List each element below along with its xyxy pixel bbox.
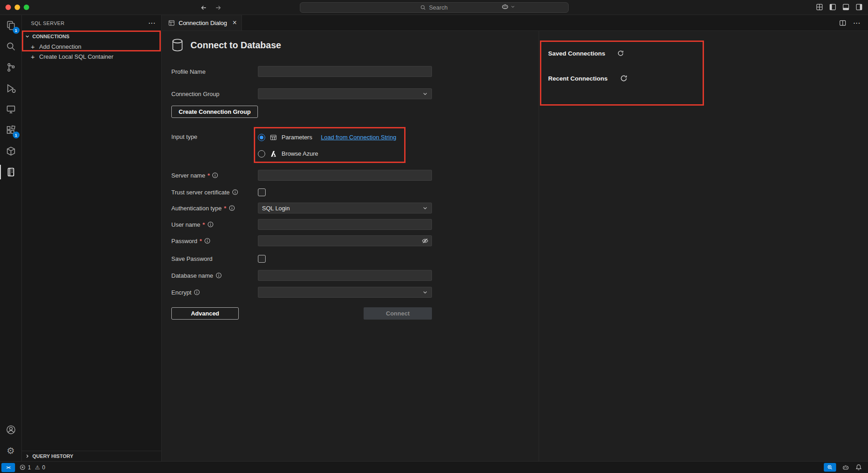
activity-explorer[interactable]: 1 [0, 15, 22, 36]
create-local-sql-container-item[interactable]: + Create Local SQL Container [22, 51, 161, 61]
create-connection-group-button[interactable]: Create Connection Group [171, 106, 258, 118]
problems-status[interactable]: 1 ⚠ 0 [20, 464, 47, 471]
activity-remote-explorer[interactable] [0, 99, 22, 120]
form-row-encrypt: Encrypt [171, 287, 539, 298]
gear-icon: ⚙ [7, 446, 15, 455]
connection-group-dropdown[interactable] [258, 88, 432, 99]
input-type-radio-group: Parameters Load from Connection String B… [258, 132, 396, 159]
workbench: 1 1 ⚙ SQL S [0, 15, 868, 461]
info-icon[interactable] [194, 289, 200, 295]
customize-layout-icon[interactable] [816, 4, 823, 10]
profile-name-label-wrap: Profile Name [171, 68, 258, 75]
refresh-icon[interactable] [617, 50, 624, 57]
add-connection-item[interactable]: + Add Connection [22, 41, 161, 51]
trust-cert-checkbox[interactable] [258, 188, 266, 196]
user-name-label-wrap: User name * [171, 221, 258, 228]
editor-content: Connect to Database Profile Name Connect… [162, 31, 868, 461]
activity-source-control[interactable] [0, 57, 22, 78]
database-name-label-wrap: Database name [171, 272, 258, 279]
user-name-label: User name [171, 221, 200, 228]
notifications-bell-icon[interactable] [855, 464, 862, 471]
tab-bar: Connection Dialog × ··· [162, 15, 868, 31]
sidebar-more-actions-icon[interactable]: ··· [149, 20, 156, 26]
azure-icon [270, 150, 277, 158]
save-password-label: Save Password [171, 255, 212, 262]
advanced-button[interactable]: Advanced [171, 307, 239, 320]
saved-connections-title: Saved Connections [548, 50, 605, 57]
add-connection-label: Add Connection [39, 43, 82, 50]
toggle-panel-icon[interactable] [842, 4, 849, 10]
auth-type-dropdown[interactable]: SQL Login [258, 203, 432, 214]
activity-accounts[interactable] [0, 419, 22, 440]
activity-run-debug[interactable] [0, 78, 22, 99]
copilot-status-icon[interactable] [842, 464, 849, 471]
parameters-radio[interactable] [258, 134, 265, 141]
form-buttons-row: Advanced Connect [171, 307, 432, 320]
form-row-profile-name: Profile Name [171, 66, 539, 77]
error-count: 1 [28, 464, 31, 471]
recent-connections-title: Recent Connections [548, 75, 608, 82]
error-icon [20, 464, 26, 470]
remote-indicator[interactable]: >< [1, 463, 15, 472]
warning-count: 0 [42, 464, 45, 471]
server-name-label: Server name [171, 172, 205, 179]
info-icon[interactable] [204, 238, 211, 244]
remote-icon: >< [6, 465, 10, 470]
toggle-secondary-sidebar-icon[interactable] [856, 4, 863, 10]
info-icon[interactable] [207, 221, 214, 228]
activity-settings[interactable]: ⚙ [0, 440, 22, 461]
toggle-password-visibility-icon[interactable] [421, 237, 429, 244]
back-button[interactable] [199, 3, 208, 12]
info-icon[interactable] [212, 172, 218, 178]
database-name-input[interactable] [258, 270, 432, 281]
connect-button[interactable]: Connect [364, 307, 432, 320]
activity-sql-server[interactable] [0, 162, 22, 183]
close-window-button[interactable] [5, 5, 11, 10]
refresh-icon[interactable] [620, 74, 628, 82]
extensions-badge: 1 [13, 132, 20, 138]
connections-side-panel: Saved Connections Recent Connections [539, 31, 868, 461]
command-center-search[interactable]: Search [300, 2, 569, 13]
encrypt-label-wrap: Encrypt [171, 289, 258, 296]
toggle-primary-sidebar-icon[interactable] [829, 4, 836, 10]
connections-section-header[interactable]: CONNECTIONS [22, 31, 161, 41]
chevron-down-icon [24, 33, 31, 40]
plus-icon: + [30, 43, 36, 51]
info-icon[interactable] [229, 205, 235, 211]
connection-dialog-tab-icon [168, 20, 175, 26]
tab-connection-dialog[interactable]: Connection Dialog × [162, 15, 242, 31]
minimize-window-button[interactable] [15, 5, 20, 10]
sidebar-title: SQL SERVER [31, 20, 149, 26]
recent-connections-row: Recent Connections [548, 74, 868, 82]
server-name-input[interactable] [258, 170, 432, 181]
required-asterisk: * [200, 238, 202, 244]
save-password-checkbox[interactable] [258, 255, 266, 263]
forward-button[interactable] [214, 3, 223, 12]
connection-group-label-wrap: Connection Group [171, 91, 258, 97]
connection-group-label: Connection Group [171, 91, 220, 97]
info-icon[interactable] [216, 272, 222, 279]
copilot-menu-button[interactable] [501, 3, 515, 10]
split-editor-icon[interactable] [839, 20, 846, 26]
zoom-status-button[interactable] [824, 463, 836, 472]
browse-azure-radio[interactable] [258, 150, 265, 158]
status-bar: >< 1 ⚠ 0 [0, 461, 868, 473]
maximize-window-button[interactable] [24, 5, 29, 10]
encrypt-dropdown[interactable] [258, 287, 432, 298]
activity-extensions[interactable]: 1 [0, 120, 22, 141]
activity-containers[interactable] [0, 141, 22, 162]
activity-search[interactable] [0, 36, 22, 57]
trust-cert-label: Trust server certificate [171, 189, 230, 196]
warning-icon: ⚠ [35, 465, 40, 470]
user-name-input[interactable] [258, 219, 432, 230]
close-tab-icon[interactable]: × [232, 19, 236, 26]
sidebar-sql-server: SQL SERVER ··· CONNECTIONS + Add Connect… [22, 15, 162, 461]
chevron-down-icon [422, 205, 428, 211]
password-input[interactable] [258, 235, 432, 246]
editor-more-actions-icon[interactable]: ··· [853, 20, 861, 26]
profile-name-input[interactable] [258, 66, 432, 77]
trust-cert-label-wrap: Trust server certificate [171, 189, 258, 196]
query-history-section-header[interactable]: QUERY HISTORY [22, 451, 161, 461]
load-from-connection-string-link[interactable]: Load from Connection String [321, 134, 396, 141]
info-icon[interactable] [232, 189, 238, 195]
